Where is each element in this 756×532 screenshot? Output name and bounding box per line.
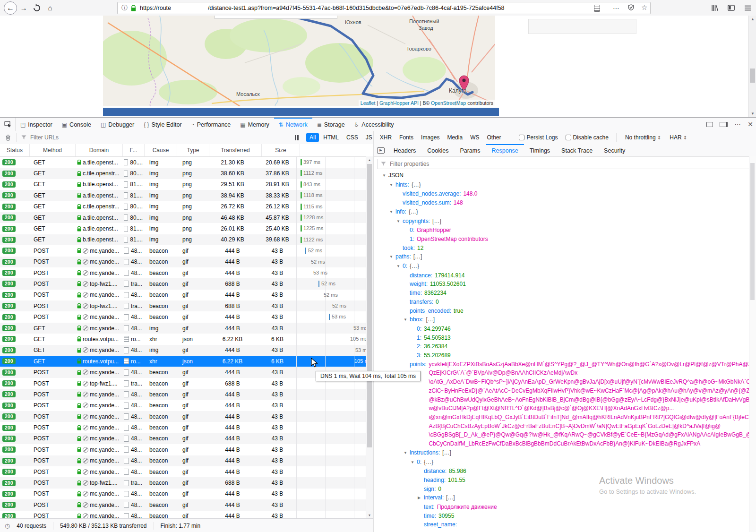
type-filter-button[interactable]: Fonts	[396, 133, 417, 142]
devtools-tab[interactable]: ▦ Memory	[235, 118, 274, 131]
leaflet-link[interactable]: Leaflet	[361, 100, 376, 106]
reload-button[interactable]	[30, 1, 43, 15]
json-node[interactable]: 236.26384	[374, 342, 756, 351]
request-list-scrollbar[interactable]: ▲ ▼	[366, 156, 373, 519]
expander-icon[interactable]: ▼	[396, 262, 403, 271]
json-node[interactable]: ▼instructions[…]	[374, 448, 756, 458]
col-file[interactable]: F...	[123, 144, 145, 156]
page-scrollbar[interactable]: ▲ ▼	[748, 16, 756, 117]
col-cause[interactable]: Cause	[145, 144, 177, 156]
json-node[interactable]: ▼paths[…]	[374, 252, 756, 262]
performance-analysis-icon[interactable]: ◷	[5, 522, 10, 529]
shield-icon[interactable]	[628, 4, 634, 11]
json-node[interactable]: ▼hints{…}	[374, 180, 756, 190]
json-node[interactable]: ▼copyrights[…]	[374, 217, 756, 226]
expander-icon[interactable]: ▼	[411, 530, 417, 530]
json-node[interactable]: heading101.55	[374, 476, 756, 485]
json-node[interactable]: visited_nodes.average148.0	[374, 189, 756, 198]
json-node[interactable]: weight11053.502601	[374, 280, 756, 289]
pick-element-button[interactable]	[0, 118, 16, 131]
scroll-up-icon[interactable]: ▲	[749, 17, 756, 21]
home-button[interactable]: ⌂	[43, 1, 57, 15]
persist-logs-checkbox[interactable]: Persist Logs	[519, 134, 558, 141]
forward-button[interactable]: →	[17, 1, 30, 15]
json-node[interactable]: time8362234	[374, 289, 756, 298]
request-row[interactable]: 200 GET mc.yande... 48... img gif 444 B …	[0, 323, 373, 334]
type-filter-button[interactable]: WS	[467, 133, 482, 142]
request-row[interactable]: 200 GET c.tile.openstr... 80.... img png…	[0, 168, 373, 179]
request-row[interactable]: 200 POST mc.yande... 48... beacon gif 44…	[0, 433, 373, 444]
back-button[interactable]: ←	[4, 1, 17, 15]
devtools-tab[interactable]: ▣ Console	[57, 118, 96, 131]
request-row[interactable]: 200 POST mc.yande... 48... beacon gif 44…	[0, 290, 373, 300]
col-transferred[interactable]: Transferred	[209, 144, 262, 156]
expander-icon[interactable]: ▼	[404, 316, 410, 325]
json-node[interactable]: distance179414.914	[374, 271, 756, 280]
expander-icon[interactable]: ▼	[389, 208, 395, 217]
json-node[interactable]: pointsycvkIeli|EXoEZPXiBsBoAsGzjAaBbXe@n…	[374, 360, 756, 448]
expander-icon[interactable]: ▼	[389, 181, 395, 190]
library-icon[interactable]	[711, 5, 718, 11]
devtools-tab[interactable]: ◔ Performance	[187, 118, 236, 131]
request-row[interactable]: 200 POST mc.yande... 48... beacon gif 44…	[0, 389, 373, 400]
request-row[interactable]: 200 GET b.tile.openst... 81.... img png …	[0, 234, 373, 245]
request-row[interactable]: 200 GET mc.yande... 48... img gif 444 B …	[0, 345, 373, 356]
detail-tab[interactable]: Cookies	[421, 144, 454, 156]
throttling-select[interactable]: No throttling ⇕	[625, 134, 661, 141]
sidebar-icon[interactable]	[728, 5, 735, 11]
detail-scrollbar[interactable]	[749, 156, 756, 532]
devtools-tab[interactable]: ◰ Inspector	[16, 118, 57, 131]
col-type[interactable]: Type	[177, 144, 209, 156]
devtools-tab[interactable]: ⇅ Network	[274, 118, 312, 131]
scroll-down-icon[interactable]: ▼	[366, 514, 373, 517]
request-row[interactable]: 200 POST top-fwz1.... tra... beacon gif …	[0, 300, 373, 311]
expander-icon[interactable]: ▼	[382, 172, 388, 180]
expander-icon[interactable]: ▼	[404, 449, 410, 458]
json-node[interactable]: textПродолжите движение	[374, 503, 756, 512]
col-domain[interactable]: Domain	[76, 144, 123, 156]
clear-requests-button[interactable]	[0, 135, 16, 141]
site-info-icon[interactable]: ⓘ	[121, 4, 128, 12]
devtools-tab[interactable]: ◫ Debugger	[96, 118, 139, 131]
osm-link[interactable]: OpenStreetMap	[431, 100, 466, 106]
request-row[interactable]: 200 POST mc.yande... 48... beacon gif 44…	[0, 267, 373, 278]
request-row[interactable]: 200 POST mc.yande... 48... beacon gif 44…	[0, 257, 373, 267]
request-row[interactable]: 200 POST mc.yande... 48... beacon gif 44…	[0, 400, 373, 411]
json-node[interactable]: ▼bbox[…]	[374, 315, 756, 325]
request-row[interactable]: 200 POST mc.yande... 48... beacon gif 44…	[0, 311, 373, 322]
request-row[interactable]: 200 POST mc.yande... 48... beacon gif 44…	[0, 499, 373, 510]
request-row[interactable]: 200 POST top-fwz1.... tra... beacon gif …	[0, 477, 373, 488]
request-row[interactable]: 200 POST mc.yande... 48... beacon gif 44…	[0, 411, 373, 422]
filter-properties-input[interactable]	[389, 160, 748, 168]
json-node[interactable]: 0GraphHopper	[374, 226, 756, 235]
json-node[interactable]: points_encodedtrue	[374, 307, 756, 316]
detail-tab[interactable]: Security	[598, 144, 631, 156]
expander-icon[interactable]: ▼	[411, 458, 417, 467]
type-filter-button[interactable]: CSS	[343, 133, 361, 142]
json-node[interactable]: 1OpenStreetMap contributors	[374, 235, 756, 244]
json-node[interactable]: 154.505813	[374, 334, 756, 343]
col-status[interactable]: Status	[0, 144, 30, 156]
expander-icon[interactable]: ▼	[396, 217, 403, 226]
devtools-tab[interactable]: ≣ Storage	[312, 118, 350, 131]
json-node[interactable]: took12	[374, 244, 756, 253]
request-row[interactable]: 200 POST mc.yande... 48... beacon gif 44…	[0, 455, 373, 466]
dock-side-icon[interactable]	[720, 122, 728, 127]
request-row[interactable]: 200 GET a.tile.openst... 80.... img png …	[0, 212, 373, 223]
disable-cache-box[interactable]	[566, 135, 571, 140]
col-method[interactable]: Method	[30, 144, 76, 156]
json-node[interactable]: time30955	[374, 512, 756, 521]
json-node[interactable]: transfers0	[374, 298, 756, 307]
type-filter-button[interactable]: HTML	[320, 133, 342, 142]
scroll-thumb[interactable]	[367, 164, 372, 447]
devtools-close-icon[interactable]: ✕	[747, 120, 753, 128]
devtools-tab[interactable]: ♿ Accessibility	[350, 118, 399, 131]
json-node[interactable]: street_name	[374, 520, 756, 529]
detail-tab[interactable]: Headers	[388, 144, 421, 156]
scroll-down-icon[interactable]: ▼	[749, 112, 756, 116]
expander-icon[interactable]: ▼	[389, 253, 395, 262]
page-scroll-thumb[interactable]	[750, 69, 755, 83]
pause-log-button[interactable]	[295, 135, 299, 140]
type-filter-button[interactable]: Images	[418, 133, 443, 142]
persist-logs-box[interactable]	[519, 135, 524, 140]
